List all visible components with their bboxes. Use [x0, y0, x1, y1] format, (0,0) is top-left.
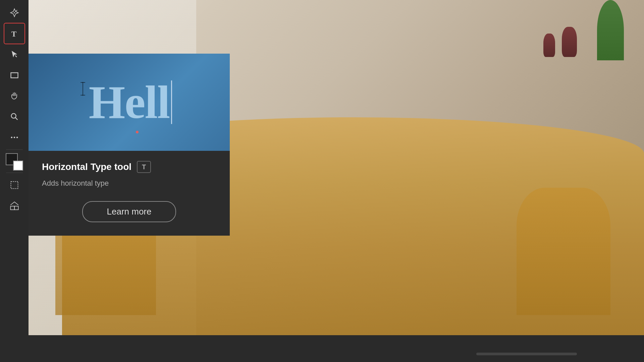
- learn-more-button[interactable]: Learn more: [82, 201, 176, 222]
- svg-point-6: [13, 137, 15, 138]
- type-tool-button[interactable]: T: [4, 23, 24, 44]
- svg-text:T: T: [11, 29, 16, 38]
- svg-rect-9: [10, 206, 14, 210]
- tooltip-info-area: Horizontal Type tool T Adds horizontal t…: [29, 151, 230, 236]
- tool-tooltip-panel: Hell Horizontal Type tool T Adds horizon…: [29, 54, 230, 236]
- preview-text-container: Hell: [89, 79, 170, 126]
- hand-tool-button[interactable]: [4, 86, 24, 106]
- color-swatches[interactable]: [6, 153, 23, 171]
- marquee-tool-button[interactable]: [4, 175, 24, 195]
- zoom-tool-button[interactable]: [4, 107, 24, 127]
- baseline-indicator: [136, 131, 139, 133]
- chair-right: [517, 188, 610, 315]
- svg-point-7: [16, 137, 18, 138]
- rectangle-tool-button[interactable]: [4, 65, 24, 85]
- plant: [597, 0, 624, 60]
- vase-container: [543, 27, 577, 57]
- scrollbar[interactable]: [476, 353, 577, 355]
- svg-rect-10: [14, 206, 18, 210]
- pen-tool-button[interactable]: [4, 3, 24, 23]
- tool-description-text: Adds horizontal type: [42, 179, 216, 188]
- svg-rect-8: [11, 182, 18, 189]
- ibeam-cursor-icon: [79, 80, 87, 97]
- text-insertion-cursor: [171, 80, 172, 124]
- toolbar-separator: [6, 149, 23, 150]
- tool-name-label: Horizontal Type tool: [42, 162, 131, 172]
- more-tools-button[interactable]: [4, 127, 24, 147]
- preview-text: Hell: [89, 79, 170, 126]
- svg-line-4: [15, 118, 17, 120]
- vase-large: [562, 27, 577, 57]
- svg-point-3: [11, 114, 16, 118]
- tool-shortcut-badge: T: [137, 161, 151, 173]
- selection-tool-button[interactable]: [4, 44, 24, 64]
- svg-rect-2: [11, 73, 18, 78]
- toolbar-separator-2: [6, 173, 23, 173]
- vase-small: [543, 34, 555, 57]
- svg-point-5: [11, 137, 12, 138]
- left-toolbar: T: [0, 0, 29, 362]
- svg-point-0: [14, 12, 15, 13]
- bottom-status-bar: [29, 335, 644, 362]
- tooltip-preview-area: Hell: [29, 54, 230, 151]
- arrange-tool-button[interactable]: [4, 196, 24, 216]
- background-color-swatch[interactable]: [13, 161, 23, 171]
- tool-title-row: Horizontal Type tool T: [42, 161, 216, 173]
